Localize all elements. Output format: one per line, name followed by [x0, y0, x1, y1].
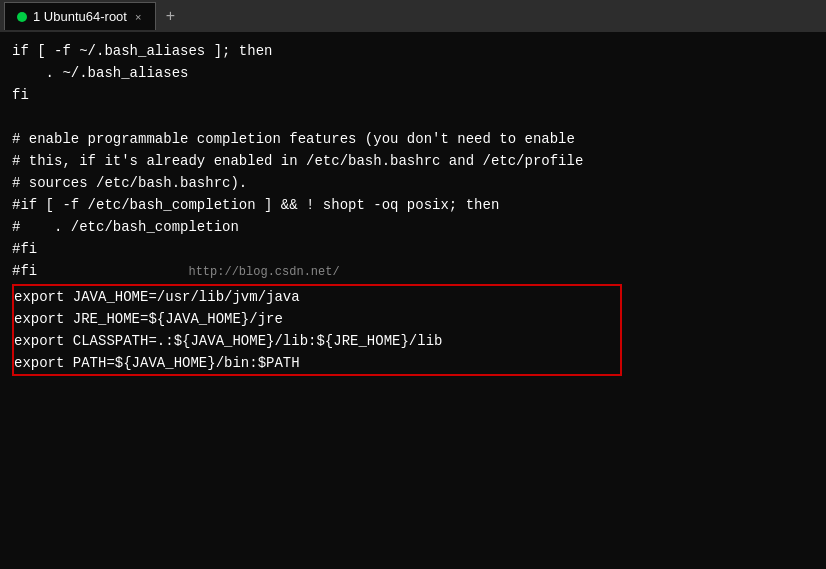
highlighted-export-block: export JAVA_HOME=/usr/lib/jvm/java expor… [12, 284, 622, 376]
code-line: #if [ -f /etc/bash_completion ] && ! sho… [12, 194, 814, 216]
code-line: #fi [12, 238, 814, 260]
terminal-content: if [ -f ~/.bash_aliases ]; then . ~/.bas… [0, 32, 826, 569]
code-line [12, 106, 814, 128]
code-line: # . /etc/bash_completion [12, 216, 814, 238]
code-line-with-watermark: #fi http://blog.csdn.net/ [12, 260, 814, 283]
code-line: # sources /etc/bash.bashrc). [12, 172, 814, 194]
terminal-tab[interactable]: 1 Ubuntu64-root × [4, 2, 156, 30]
watermark-text: http://blog.csdn.net/ [188, 265, 339, 279]
tab-bar: 1 Ubuntu64-root × + [0, 0, 826, 32]
export-line-1: export JAVA_HOME=/usr/lib/jvm/java [14, 286, 620, 308]
export-line-3: export CLASSPATH=.:${JAVA_HOME}/lib:${JR… [14, 330, 620, 352]
tab-status-dot [17, 12, 27, 22]
terminal-window: 1 Ubuntu64-root × + if [ -f ~/.bash_alia… [0, 0, 826, 569]
new-tab-button[interactable]: + [158, 4, 182, 28]
tab-label: 1 Ubuntu64-root [33, 9, 127, 24]
tab-close-button[interactable]: × [133, 11, 143, 23]
code-line: fi [12, 84, 814, 106]
code-line: # this, if it's already enabled in /etc/… [12, 150, 814, 172]
code-line: if [ -f ~/.bash_aliases ]; then [12, 40, 814, 62]
export-line-4: export PATH=${JAVA_HOME}/bin:$PATH [14, 352, 620, 374]
export-line-2: export JRE_HOME=${JAVA_HOME}/jre [14, 308, 620, 330]
code-line: # enable programmable completion feature… [12, 128, 814, 150]
code-line: . ~/.bash_aliases [12, 62, 814, 84]
